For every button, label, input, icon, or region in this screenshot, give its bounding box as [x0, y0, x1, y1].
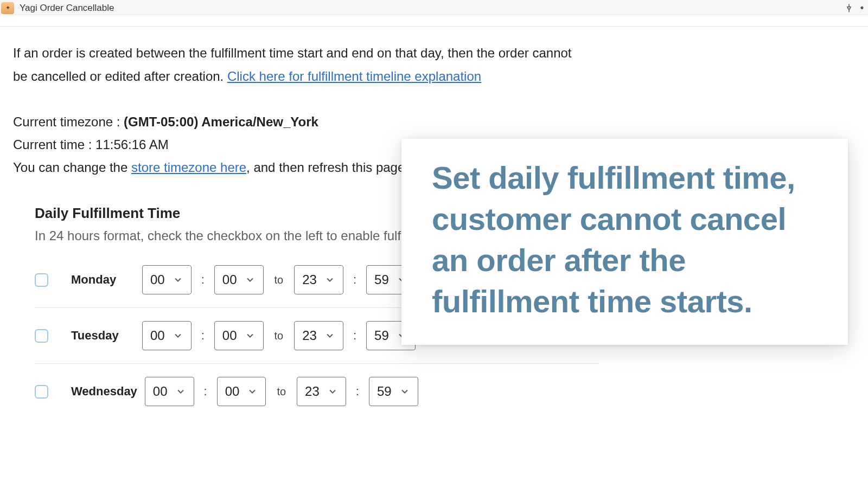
day-name: Wednesday — [56, 384, 137, 399]
timezone-note-after: , and then refresh this page. — [246, 160, 409, 175]
more-icon[interactable]: • — [860, 2, 864, 14]
header-actions: • — [844, 2, 864, 14]
start-hour-select[interactable]: 00 — [142, 321, 192, 350]
end-hour-value: 23 — [302, 328, 317, 343]
chevron-down-icon — [175, 386, 186, 397]
timezone-value: (GMT-05:00) America/New_York — [124, 114, 318, 129]
chevron-down-icon — [327, 386, 338, 397]
time-colon: : — [351, 329, 359, 343]
day-name: Tuesday — [56, 329, 135, 343]
chevron-down-icon — [247, 386, 258, 397]
start-minute-value: 00 — [222, 272, 237, 287]
end-minute-select[interactable]: 59 — [369, 377, 418, 406]
app-title: Yagi Order Cancellable — [20, 3, 114, 14]
info-callout: Set daily fulfillment time, customer can… — [401, 139, 848, 345]
end-minute-value: 59 — [377, 384, 392, 399]
to-label: to — [273, 386, 289, 398]
time-colon: : — [351, 273, 359, 287]
chevron-down-icon — [399, 386, 410, 397]
start-hour-select[interactable]: 00 — [145, 377, 194, 406]
timezone-label: Current timezone : — [13, 114, 124, 129]
day-enable-checkbox[interactable] — [35, 329, 48, 343]
to-label: to — [271, 330, 287, 342]
start-minute-select[interactable]: 00 — [214, 265, 264, 294]
store-timezone-link[interactable]: store timezone here — [131, 160, 246, 175]
time-colon: : — [199, 329, 207, 343]
chevron-down-icon — [245, 274, 256, 285]
app-header: ✦ Yagi Order Cancellable • — [0, 0, 868, 15]
chevron-down-icon — [324, 330, 335, 341]
end-hour-value: 23 — [302, 272, 317, 287]
pin-icon[interactable] — [844, 3, 854, 13]
start-minute-value: 00 — [222, 328, 237, 343]
timezone-note-before: You can change the — [13, 160, 131, 175]
end-hour-select[interactable]: 23 — [294, 265, 343, 294]
day-name: Monday — [56, 273, 135, 287]
current-time-value: 11:56:16 AM — [95, 137, 169, 152]
app-icon: ✦ — [1, 2, 14, 14]
end-hour-select[interactable]: 23 — [294, 321, 343, 350]
end-minute-value: 59 — [374, 272, 389, 287]
fulfillment-timeline-link[interactable]: Click here for fulfillment timeline expl… — [227, 69, 481, 84]
end-hour-select[interactable]: 23 — [297, 377, 346, 406]
start-hour-select[interactable]: 00 — [142, 265, 192, 294]
time-colon: : — [199, 273, 207, 287]
time-colon: : — [202, 384, 209, 399]
start-minute-value: 00 — [225, 384, 240, 399]
intro-paragraph: If an order is created between the fulfi… — [13, 41, 577, 88]
chevron-down-icon — [245, 330, 256, 341]
start-hour-value: 00 — [153, 384, 168, 399]
day-enable-checkbox[interactable] — [35, 273, 48, 287]
callout-text: Set daily fulfillment time, customer can… — [432, 157, 818, 322]
start-minute-select[interactable]: 00 — [214, 321, 264, 350]
current-time-label: Current time : — [13, 137, 95, 152]
day-row: Wednesday00:00to23:59 — [35, 364, 599, 419]
time-colon: : — [354, 384, 361, 399]
start-minute-select[interactable]: 00 — [217, 377, 266, 406]
start-hour-value: 00 — [150, 272, 165, 287]
start-hour-value: 00 — [150, 328, 165, 343]
chevron-down-icon — [173, 330, 183, 341]
end-minute-value: 59 — [374, 328, 389, 343]
end-hour-value: 23 — [305, 384, 320, 399]
chevron-down-icon — [173, 274, 183, 285]
chevron-down-icon — [324, 274, 335, 285]
to-label: to — [271, 274, 287, 286]
day-enable-checkbox[interactable] — [35, 385, 48, 399]
